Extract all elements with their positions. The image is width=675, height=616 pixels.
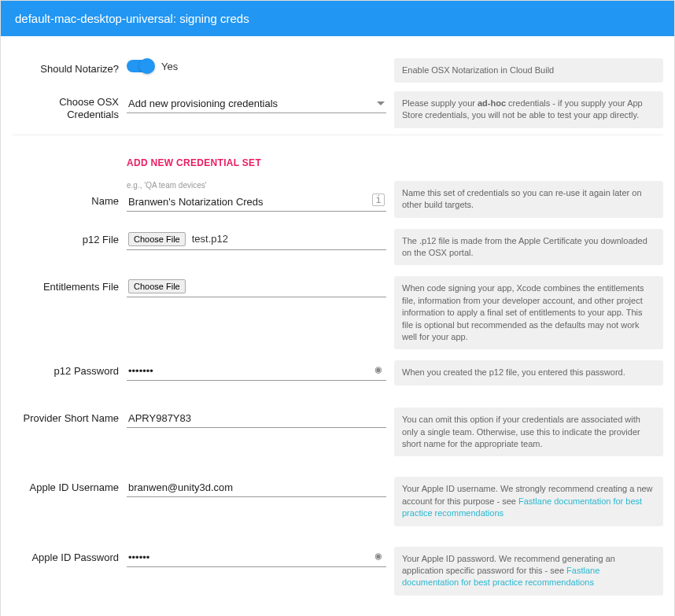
- help-entitlements: When code signing your app, Xcode combin…: [394, 276, 663, 349]
- label-provider: Provider Short Name: [12, 408, 127, 425]
- chevron-down-icon: [377, 101, 385, 105]
- row-p12-file: p12 File Choose File test.p12 The .p12 f…: [12, 229, 663, 266]
- panel-header: default-mac-desktop-universal: signing c…: [1, 1, 674, 36]
- input-p12-password[interactable]: [127, 360, 386, 381]
- row-name: Name e.g., 'QA team devices' i Name this…: [12, 181, 663, 218]
- help-notarize: Enable OSX Notarization in Cloud Build: [394, 58, 663, 83]
- help-apple-password: Your Apple ID password. We recommend gen…: [394, 547, 663, 596]
- label-notarize: Should Notarize?: [12, 58, 127, 76]
- p12-filename: test.p12: [192, 233, 228, 245]
- label-apple-password: Apple ID Password: [12, 547, 127, 564]
- row-notarize: Should Notarize? Yes Enable OSX Notariza…: [12, 58, 663, 85]
- help-apple-username: Your Apple ID username. We strongly reco…: [394, 477, 663, 526]
- label-name: Name: [12, 181, 127, 208]
- label-p12-password: p12 Password: [12, 360, 127, 378]
- eye-icon[interactable]: ◉: [372, 549, 385, 562]
- hint-name: e.g., 'QA team devices': [127, 181, 386, 190]
- panel-title: default-mac-desktop-universal: signing c…: [15, 12, 249, 25]
- row-apple-password: Apple ID Password ◉ Your Apple ID passwo…: [12, 547, 663, 596]
- row-p12-password: p12 Password ◉ When you created the p12 …: [12, 360, 663, 387]
- label-entitlements: Entitlements File: [12, 276, 127, 293]
- help-name: Name this set of credentials so you can …: [394, 181, 663, 218]
- label-apple-username: Apple ID Username: [12, 477, 127, 494]
- toggle-knob-icon: [139, 58, 155, 74]
- select-osx-credentials-value: Add new provisioning credentials: [128, 98, 278, 109]
- choose-file-p12-button[interactable]: Choose File: [128, 232, 186, 246]
- signing-creds-panel: default-mac-desktop-universal: signing c…: [0, 0, 675, 616]
- toggle-notarize-value: Yes: [161, 61, 178, 72]
- info-icon[interactable]: i: [372, 194, 385, 206]
- row-entitlements: Entitlements File Choose File When code …: [12, 276, 663, 349]
- row-provider: Provider Short Name You can omit this op…: [12, 408, 663, 456]
- help-provider: You can omit this option if your credent…: [394, 408, 663, 456]
- input-apple-username[interactable]: [127, 477, 386, 497]
- row-section-title: ADD NEW CREDENTIAL SET: [12, 146, 663, 175]
- help-osx-credentials: Please supply your ad-hoc credentials - …: [394, 91, 663, 128]
- label-osx-credentials: Choose OSX Credentials: [12, 91, 127, 120]
- input-apple-password[interactable]: [127, 547, 386, 567]
- help-p12-file: The .p12 file is made from the Apple Cer…: [394, 229, 663, 266]
- label-p12-file: p12 File: [12, 229, 127, 246]
- input-provider[interactable]: [127, 408, 386, 428]
- row-apple-username: Apple ID Username Your Apple ID username…: [12, 477, 663, 526]
- toggle-notarize[interactable]: [127, 60, 153, 72]
- row-osx-credentials: Choose OSX Credentials Add new provision…: [12, 91, 663, 128]
- choose-file-entitlements-button[interactable]: Choose File: [128, 279, 186, 293]
- input-name[interactable]: [127, 191, 386, 212]
- select-osx-credentials[interactable]: Add new provisioning credentials: [127, 93, 386, 113]
- panel-body: Should Notarize? Yes Enable OSX Notariza…: [1, 36, 674, 616]
- section-title: ADD NEW CREDENTIAL SET: [127, 157, 386, 168]
- help-p12-password: When you created the p12 file, you enter…: [394, 360, 663, 385]
- eye-icon[interactable]: ◉: [372, 363, 385, 375]
- divider: [12, 135, 663, 135]
